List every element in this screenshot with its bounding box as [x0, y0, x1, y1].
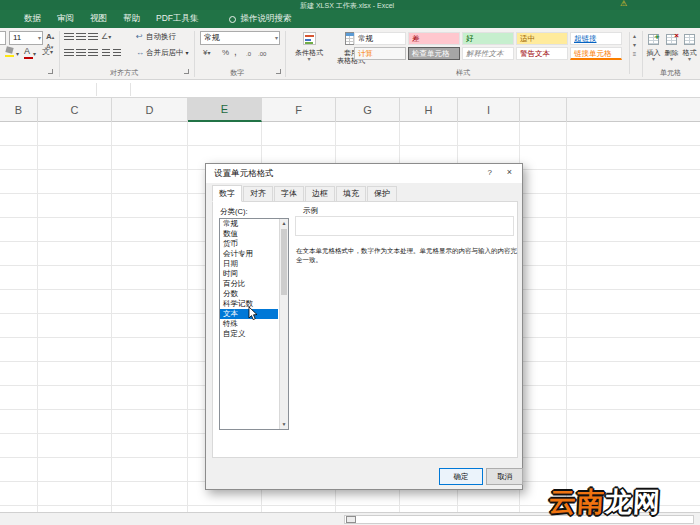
name-box-divider [96, 83, 97, 96]
format-cells-dialog: 设置单元格格式 ? × 数字 对齐 字体 边框 填充 保护 分类(C): 常规 … [205, 163, 523, 490]
horizontal-scrollbar-thumb[interactable] [346, 516, 356, 523]
column-header-blank[interactable] [520, 98, 567, 122]
insert-icon: ＋ [648, 34, 659, 45]
column-header-f[interactable]: F [262, 98, 336, 122]
formula-bar[interactable] [0, 81, 700, 98]
column-header-e-selected[interactable]: E [188, 98, 262, 122]
align-bottom-icon[interactable] [88, 33, 98, 41]
align-left-icon[interactable] [64, 49, 74, 57]
category-option[interactable]: 会计专用 [220, 249, 278, 259]
column-header-h[interactable]: H [400, 98, 458, 122]
column-header-b[interactable]: B [0, 98, 38, 122]
tab-protection[interactable]: 保护 [367, 186, 397, 202]
orientation-button[interactable]: ∠▾ [101, 32, 111, 42]
category-option[interactable]: 数值 [220, 229, 278, 239]
category-option[interactable]: 百分比 [220, 279, 278, 289]
font-color-button[interactable]: A [24, 47, 30, 56]
tab-border[interactable]: 边框 [305, 186, 335, 202]
format-icon [684, 34, 695, 45]
accounting-format-button[interactable]: ¥▾ [203, 48, 210, 58]
cell-style-check-cell[interactable]: 检查单元格 [408, 47, 460, 60]
site-watermark: 云南龙网 [548, 484, 662, 520]
increase-decimal-button[interactable]: .0 [246, 49, 251, 59]
delete-cells-button[interactable]: × 删除 ▾ [663, 31, 680, 65]
gallery-up-icon: ▴ [630, 32, 639, 41]
tell-me-search[interactable]: 操作说明搜索 [241, 13, 292, 25]
scroll-thumb[interactable] [281, 229, 287, 295]
cancel-button[interactable]: 取消 [486, 468, 523, 485]
font-color-dropdown[interactable]: ▾ [33, 49, 36, 59]
fill-color-dropdown[interactable]: ▾ [16, 49, 19, 59]
tab-alignment[interactable]: 对齐 [243, 186, 273, 202]
tab-view[interactable]: 视图 [90, 13, 107, 25]
cell-style-neutral[interactable]: 适中 [516, 32, 568, 45]
phonetic-guide-button[interactable]: 文▾ [42, 47, 53, 57]
column-header-d[interactable]: D [112, 98, 188, 122]
number-format-combo[interactable]: 常规▾ [200, 31, 280, 45]
gridline [37, 122, 38, 512]
font-size-combo[interactable]: 11▾ [9, 31, 43, 45]
scroll-up-icon[interactable]: ▲ [280, 219, 288, 228]
tab-help[interactable]: 帮助 [123, 13, 140, 25]
align-right-icon[interactable] [88, 49, 98, 57]
category-option[interactable]: 日期 [220, 259, 278, 269]
cell-style-hyperlink[interactable]: 超链接 [570, 32, 622, 45]
tab-pdf-tools[interactable]: PDF工具集 [156, 13, 199, 25]
warning-triangle-icon[interactable]: ⚠ [620, 0, 627, 8]
grow-font-button[interactable]: A▴ [46, 32, 54, 42]
chevron-down-icon: ▾ [288, 57, 330, 62]
fx-divider [130, 83, 131, 96]
column-header-i[interactable]: I [458, 98, 520, 122]
percent-style-button[interactable]: % [222, 48, 229, 58]
decrease-indent-icon[interactable] [102, 49, 110, 57]
scroll-down-icon[interactable]: ▼ [280, 420, 288, 429]
font-name-combo-cut[interactable] [0, 31, 6, 45]
tab-data[interactable]: 数据 [24, 13, 41, 25]
style-gallery-scrollbar[interactable]: ▴▾≡ [629, 32, 639, 74]
column-header-blank[interactable] [567, 98, 700, 122]
merge-center-button[interactable]: 合并后居中 ▾ [146, 48, 189, 58]
list-scrollbar[interactable]: ▲ ▼ [279, 219, 288, 429]
category-listbox[interactable]: 常规 数值 货币 会计专用 日期 时间 百分比 分数 科学记数 文本 特殊 自定… [219, 218, 289, 430]
cell-style-explanatory[interactable]: 解释性文本 [462, 47, 514, 60]
cell-style-linked-cell[interactable]: 链接单元格 [570, 47, 622, 60]
category-option[interactable]: 分数 [220, 289, 278, 299]
format-cells-button[interactable]: 格式 ▾ [681, 31, 698, 65]
align-top-icon[interactable] [64, 33, 74, 41]
cell-style-normal[interactable]: 常规 [354, 32, 406, 45]
cell-style-calculation[interactable]: 计算 [354, 47, 406, 60]
insert-cells-button[interactable]: ＋ 插入 ▾ [645, 31, 662, 65]
fill-color-icon[interactable] [5, 47, 14, 57]
chevron-down-icon: ▾ [38, 32, 41, 44]
increase-indent-icon[interactable] [113, 49, 121, 57]
alignment-dialog-launcher[interactable] [184, 69, 189, 74]
tab-review[interactable]: 审阅 [57, 13, 74, 25]
chevron-down-icon: ▾ [645, 57, 662, 62]
wrap-text-icon: ↩ [136, 32, 143, 42]
align-center-icon[interactable] [76, 49, 86, 57]
category-option[interactable]: 时间 [220, 269, 278, 279]
tab-number[interactable]: 数字 [212, 185, 242, 202]
category-option[interactable]: 自定义 [220, 329, 278, 339]
category-option[interactable]: 货币 [220, 239, 278, 249]
column-header-g[interactable]: G [336, 98, 400, 122]
tab-font[interactable]: 字体 [274, 186, 304, 202]
column-header-c[interactable]: C [38, 98, 112, 122]
category-label: 分类(C): [220, 207, 248, 217]
help-icon[interactable]: ? [488, 168, 492, 177]
tab-fill[interactable]: 填充 [336, 186, 366, 202]
cell-style-bad[interactable]: 差 [408, 32, 460, 45]
category-option[interactable]: 常规 [220, 219, 278, 229]
cell-style-warning-text[interactable]: 警告文本 [516, 47, 568, 60]
font-dialog-launcher[interactable] [48, 69, 53, 74]
cell-style-good[interactable]: 好 [462, 32, 514, 45]
align-middle-icon[interactable] [76, 33, 86, 41]
ok-button[interactable]: 确定 [439, 468, 483, 485]
dialog-title-bar[interactable]: 设置单元格格式 ? × [206, 164, 522, 183]
comma-style-button[interactable]: , [234, 47, 237, 57]
wrap-text-button[interactable]: 自动换行 [146, 32, 176, 42]
close-icon[interactable]: × [507, 167, 512, 177]
decrease-decimal-button[interactable]: .00 [258, 49, 266, 59]
number-dialog-launcher[interactable] [276, 69, 281, 74]
conditional-formatting-button[interactable]: 条件格式 ▾ [288, 31, 330, 76]
